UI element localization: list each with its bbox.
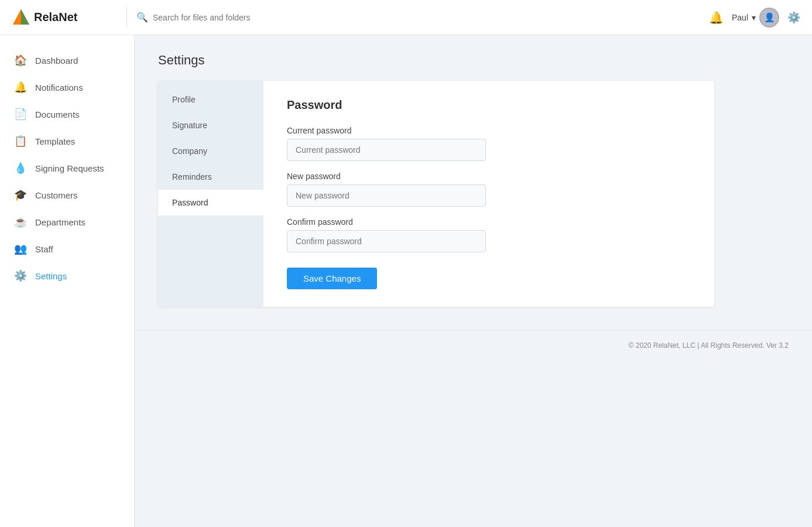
search-input[interactable] <box>153 13 328 22</box>
sidebar-item-templates[interactable]: 📋 Templates <box>0 128 134 155</box>
gear-icon[interactable]: ⚙️ <box>787 11 800 24</box>
sidebar: 🏠 Dashboard 🔔 Notifications 📄 Documents … <box>0 35 135 527</box>
avatar: 👤 <box>759 8 779 28</box>
footer: © 2020 RelaNet, LLC | All Rights Reserve… <box>135 330 812 360</box>
sidebar-item-signing-requests[interactable]: 💧 Signing Requests <box>0 155 134 182</box>
form-section-title: Password <box>287 98 691 112</box>
logo-icon <box>12 8 30 27</box>
user-menu[interactable]: Paul ▾ 👤 <box>732 8 779 28</box>
staff-icon: 👥 <box>14 242 27 255</box>
new-password-input[interactable] <box>287 184 486 207</box>
sidebar-label-notifications: Notifications <box>35 83 83 93</box>
brand-name: RelaNet <box>34 11 77 24</box>
signing-requests-icon: 💧 <box>14 162 27 174</box>
current-password-label: Current password <box>287 126 691 135</box>
settings-menu-profile[interactable]: Profile <box>158 87 263 112</box>
page-title: Settings <box>158 53 789 68</box>
svg-marker-2 <box>13 9 21 25</box>
sidebar-item-settings[interactable]: ⚙️ Settings <box>0 262 134 289</box>
save-changes-button[interactable]: Save Changes <box>287 268 377 289</box>
sidebar-label-customers: Customers <box>35 190 78 200</box>
new-password-group: New password <box>287 172 691 207</box>
sidebar-item-notifications[interactable]: 🔔 Notifications <box>0 74 134 101</box>
sidebar-label-documents: Documents <box>35 109 80 119</box>
departments-icon: ☕ <box>14 215 27 228</box>
sidebar-label-staff: Staff <box>35 244 53 254</box>
settings-menu: Profile Signature Company Reminders Pass… <box>158 81 263 307</box>
svg-marker-1 <box>21 9 29 25</box>
confirm-password-label: Confirm password <box>287 217 691 227</box>
sidebar-item-customers[interactable]: 🎓 Customers <box>0 182 134 208</box>
sidebar-label-settings: Settings <box>35 271 67 281</box>
templates-icon: 📋 <box>14 135 27 148</box>
sidebar-item-documents[interactable]: 📄 Documents <box>0 101 134 128</box>
user-chevron-icon: ▾ <box>752 13 756 22</box>
logo-area: RelaNet <box>12 8 117 27</box>
dashboard-icon: 🏠 <box>14 54 27 67</box>
sidebar-label-templates: Templates <box>35 136 75 146</box>
settings-form-area: Password Current password New password C… <box>263 81 714 307</box>
notifications-bell-icon[interactable]: 🔔 <box>709 11 724 25</box>
sidebar-item-departments[interactable]: ☕ Departments <box>0 208 134 235</box>
sidebar-item-staff[interactable]: 👥 Staff <box>0 235 134 262</box>
notifications-icon: 🔔 <box>14 81 27 94</box>
settings-menu-company[interactable]: Company <box>158 138 263 164</box>
customers-icon: 🎓 <box>14 189 27 201</box>
settings-menu-signature[interactable]: Signature <box>158 112 263 138</box>
sidebar-label-departments: Departments <box>35 217 85 227</box>
sidebar-label-dashboard: Dashboard <box>35 56 78 66</box>
user-name: Paul <box>732 13 748 22</box>
sidebar-item-dashboard[interactable]: 🏠 Dashboard <box>0 47 134 74</box>
footer-text: © 2020 RelaNet, LLC | All Rights Reserve… <box>629 341 789 350</box>
page-layout: 🏠 Dashboard 🔔 Notifications 📄 Documents … <box>0 0 812 527</box>
new-password-label: New password <box>287 172 691 181</box>
documents-icon: 📄 <box>14 108 27 121</box>
confirm-password-input[interactable] <box>287 230 486 252</box>
topbar: RelaNet 🔍 🔔 Paul ▾ 👤 ⚙️ <box>0 0 812 35</box>
current-password-group: Current password <box>287 126 691 161</box>
topbar-right: 🔔 Paul ▾ 👤 ⚙️ <box>709 8 800 28</box>
sidebar-label-signing-requests: Signing Requests <box>35 163 104 173</box>
search-area: 🔍 <box>136 12 709 23</box>
topbar-divider <box>126 7 127 28</box>
current-password-input[interactable] <box>287 139 486 161</box>
main-content: Settings Profile Signature Company Remin… <box>135 35 812 527</box>
confirm-password-group: Confirm password <box>287 217 691 252</box>
settings-menu-reminders[interactable]: Reminders <box>158 164 263 190</box>
settings-icon: ⚙️ <box>14 269 27 282</box>
search-icon: 🔍 <box>136 12 148 23</box>
settings-menu-password[interactable]: Password <box>158 190 263 215</box>
settings-card: Profile Signature Company Reminders Pass… <box>158 81 714 307</box>
